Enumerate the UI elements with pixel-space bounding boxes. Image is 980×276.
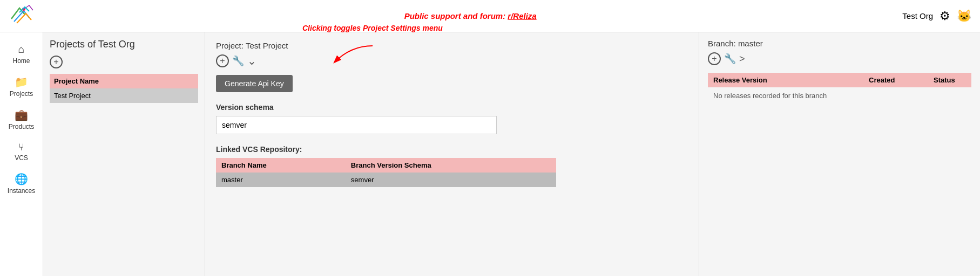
sidebar: ⌂ Home 📁 Projects 💼 Products ⑂ VCS 🌐 Ins… (0, 32, 43, 276)
sidebar-item-label-products: Products (9, 123, 34, 130)
main-layout: ⌂ Home 📁 Projects 💼 Products ⑂ VCS 🌐 Ins… (0, 32, 980, 276)
add-release-button[interactable]: + (708, 52, 721, 65)
wrench-icon[interactable]: 🔧 (232, 55, 244, 67)
vcs-icon: ⑂ (18, 141, 24, 153)
sidebar-item-instances[interactable]: 🌐 Instances (0, 167, 43, 200)
project-actions: + 🔧 ⌄ (216, 54, 688, 67)
left-panel: Projects of Test Org + Project Name Test… (43, 32, 205, 276)
left-panel-header: Projects of Test Org (50, 39, 198, 50)
logo-area (9, 3, 38, 30)
project-table: Project Name Test Project (50, 74, 198, 103)
project-name-cell[interactable]: Test Project (50, 88, 198, 103)
generate-api-key-button[interactable]: Generate Api Key (216, 75, 293, 92)
gear-icon[interactable]: ⚙ (940, 9, 950, 23)
vcs-branch-schema-header: Branch Version Schema (346, 158, 556, 172)
release-table: Release Version Created Status No releas… (708, 73, 971, 104)
release-created-header: Created (863, 73, 928, 87)
add-branch-button[interactable]: + (216, 54, 229, 67)
branch-label: Branch: (708, 39, 736, 48)
no-releases-message: No releases recorded for this branch (708, 87, 971, 104)
sidebar-item-products[interactable]: 💼 Products (0, 103, 43, 136)
sidebar-item-projects[interactable]: 📁 Projects (0, 70, 43, 103)
project-name-display: Test Project (246, 41, 288, 50)
support-text: Public support and forum: (404, 11, 508, 20)
project-header: Project: Test Project (216, 41, 688, 50)
support-banner: Public support and forum: r/Reliza (38, 11, 902, 20)
table-row[interactable]: Test Project (50, 88, 198, 103)
products-icon: 💼 (15, 108, 28, 121)
vcs-table: Branch Name Branch Version Schema master… (216, 158, 556, 187)
project-label: Project: (216, 41, 244, 50)
right-panel: Branch: master + 🔧 > Release Version Cre… (699, 32, 980, 276)
center-panel: Clicking toggles Project Settings menu P… (205, 32, 699, 276)
sidebar-item-label-vcs: VCS (15, 154, 28, 162)
table-row: No releases recorded for this branch (708, 87, 971, 104)
instances-icon: 🌐 (15, 172, 28, 185)
sidebar-item-home[interactable]: ⌂ Home (0, 38, 43, 70)
tooltip-text: Clicking toggles Project Settings menu (302, 24, 443, 32)
branch-wrench-icon[interactable]: 🔧 (724, 53, 736, 65)
support-link[interactable]: r/Reliza (508, 11, 536, 20)
tooltip-arrow (319, 43, 383, 65)
projects-icon: 📁 (15, 75, 28, 88)
sidebar-item-label-instances: Instances (8, 187, 35, 195)
vcs-branch-name-cell: master (216, 172, 346, 187)
org-name: Test Org (902, 11, 933, 20)
logo-icon (9, 3, 38, 30)
sidebar-item-vcs[interactable]: ⑂ VCS (0, 136, 43, 167)
vcs-branch-schema-cell: semver (346, 172, 556, 187)
branch-actions: + 🔧 > (708, 52, 971, 65)
sidebar-item-label-home: Home (12, 57, 30, 65)
sidebar-item-label-projects: Projects (10, 90, 33, 98)
release-version-header: Release Version (708, 73, 863, 87)
branch-header: Branch: master (708, 39, 971, 48)
top-bar: Public support and forum: r/Reliza Test … (0, 0, 980, 32)
version-schema-input[interactable] (216, 116, 497, 134)
branch-name-display: master (738, 39, 763, 48)
project-table-header: Project Name (50, 74, 198, 88)
top-bar-right: Test Org ⚙ 🐱 (902, 9, 971, 23)
version-schema-label: Version schema (216, 103, 688, 112)
github-icon[interactable]: 🐱 (957, 9, 971, 23)
branch-chevron-right-icon[interactable]: > (739, 53, 745, 65)
left-panel-title: Projects of Test Org (50, 39, 135, 50)
table-row[interactable]: master semver (216, 172, 556, 187)
release-status-header: Status (928, 73, 971, 87)
add-project-button[interactable]: + (50, 56, 63, 68)
vcs-branch-name-header: Branch Name (216, 158, 346, 172)
vcs-section-label: Linked VCS Repository: (216, 145, 688, 154)
chevron-down-icon[interactable]: ⌄ (247, 54, 256, 67)
home-icon: ⌂ (18, 43, 24, 56)
